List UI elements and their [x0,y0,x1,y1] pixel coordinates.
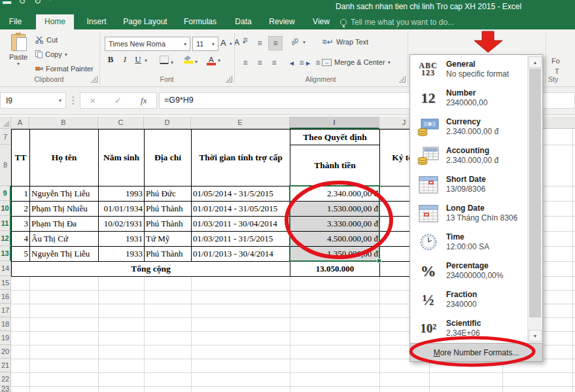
header-cell-tt[interactable]: TT [12,130,30,187]
column-header-C[interactable]: C [98,116,144,129]
format-option-long-date[interactable]: Long Date13 Tháng Chín 8306 [410,199,528,228]
cell-I11[interactable]: 3.330.000,00 đ [290,217,380,232]
cell-I14-total[interactable]: 13.050.000 [290,262,380,277]
row-header-18[interactable]: 18 [0,317,11,331]
cell-I13[interactable]: 1.350.000,00 đ [290,247,380,262]
cell-B11[interactable]: Phạm Thị Đa [30,217,99,232]
orientation-dropdown-icon[interactable]: ▾ [303,39,305,45]
row-header-13[interactable]: 13 [0,246,11,261]
underline-dropdown-icon[interactable]: ▾ [145,58,147,63]
top-align-button[interactable]: ≡ [239,37,251,43]
cancel-icon[interactable]: × [90,96,96,106]
cell-C13[interactable]: 1933 [99,247,145,262]
scroll-up-icon[interactable]: ▲ [529,56,542,68]
row-header-19[interactable]: 19 [0,331,11,345]
row-header-15[interactable]: 15 [0,276,11,290]
scroll-down-icon[interactable]: ▼ [529,330,542,342]
merge-center-button[interactable]: ↔ Merge & Center ▾ [322,58,391,66]
align-left-button[interactable]: ≡ [239,58,251,67]
format-option-fraction[interactable]: ½ Fraction2340000 [410,285,528,314]
cell-I10[interactable]: 1.530.000,00 đ [290,202,380,217]
menu-scrollbar[interactable]: ▲ ▼ [527,56,542,343]
cell-C9[interactable]: 1993 [99,187,145,202]
cell-A13[interactable]: 5 [12,247,30,262]
cell-B13[interactable]: Nguyễn Thị Liễu [30,247,99,262]
qat-customize-icon[interactable]: ▾ [49,0,52,6]
format-option-percentage[interactable]: % Percentage234000000,00% [410,257,528,285]
cell-A9[interactable]: 1 [12,187,30,202]
cell-E12[interactable]: 01/03/2011 - 31/5/2015 [192,232,290,247]
format-option-time[interactable]: Time12:00:00 SA [410,228,528,257]
copy-button[interactable]: Copy ▾ [35,50,67,58]
format-option-short-date[interactable]: Short Date13/09/8306 [410,170,528,199]
increase-font-button[interactable]: A▲ [220,38,233,48]
name-box[interactable]: I9 ▾ [0,92,66,109]
header-cell-name[interactable]: Họ tên [30,130,99,187]
increase-indent-button[interactable]: ►≡ [305,58,322,67]
insert-function-icon[interactable]: fx [141,96,147,106]
tab-file[interactable]: File [0,14,31,29]
cell-E11[interactable]: 01/03/2011 - 30/04/2014 [192,217,290,232]
italic-button[interactable]: I [119,54,131,65]
select-all-corner[interactable] [0,116,11,129]
bold-button[interactable]: B [105,54,116,65]
formula-bar-resizer[interactable]: ••• [72,96,74,106]
header-cell-birth[interactable]: Năm sinh [99,130,145,187]
row-header-9[interactable]: 9 [0,186,11,201]
row-header-17[interactable]: 17 [0,304,11,317]
format-option-general[interactable]: ABC 123 GeneralNo specific format [410,55,528,84]
cut-button[interactable]: Cut [35,36,58,44]
cell-D11[interactable]: Phú Thành [145,217,192,232]
tab-data[interactable]: Data [228,14,259,29]
header-cell-amount[interactable]: Thành tiền [290,145,380,187]
undo-icon[interactable]: ↺ [19,0,26,6]
header-cell-period[interactable]: Thời gian tính trợ cấp [192,130,290,187]
format-option-currency[interactable]: Currency2.340.000,00 đ [410,113,528,141]
cell-A12[interactable]: 4 [12,232,30,247]
alignment-dialog-launcher[interactable] [399,76,406,82]
cell-D13[interactable]: Phú Thành [145,247,192,262]
column-header-E[interactable]: E [191,116,290,129]
orientation-button[interactable]: ab [289,36,300,47]
format-painter-button[interactable]: Format Painter [35,65,94,73]
cell-D9[interactable]: Phú Đức [145,187,192,202]
cell-total-label[interactable]: Tổng cộng [12,262,290,277]
row-header-11[interactable]: 11 [0,216,11,231]
cell-E10[interactable]: 01/01/2014 - 31/05/2015 [192,202,290,217]
tell-me-box[interactable]: Tell me what you want to do... [340,14,454,29]
redo-icon[interactable]: ↻ [34,0,41,6]
cell-B9[interactable]: Nguyễn Thị Liễu [30,187,99,202]
row-header-22[interactable]: 22 [0,372,11,386]
clipboard-dialog-launcher[interactable] [91,76,97,82]
borders-button[interactable]: ▾ [160,56,173,65]
wrap-text-button[interactable]: ≡↵ Wrap Text [322,37,368,46]
column-header-I[interactable]: I [290,116,379,129]
cell-C12[interactable]: 1931 [99,232,145,247]
header-cell-decision[interactable]: Theo Quyết định [290,130,380,145]
save-icon[interactable]: ▬ [3,0,11,6]
column-header-A[interactable]: A [11,116,29,129]
cell-A11[interactable]: 3 [12,217,30,232]
cell-A10[interactable]: 2 [12,202,30,217]
font-name-combo[interactable]: Times New Roma ▾ [105,37,190,51]
row-header-20[interactable]: 20 [0,345,11,359]
row-header-23[interactable]: 23 [0,386,11,392]
font-color-button[interactable]: A ▾ [207,56,220,65]
cell-C11[interactable]: 10/02/1931 [99,217,145,232]
bottom-align-button[interactable]: ≡ [268,36,283,50]
cell-D10[interactable]: Phú Thành [145,202,192,217]
enter-icon[interactable]: ✓ [114,96,122,105]
cell-E9[interactable]: 01/05/2014 - 31/5/2015 [192,187,290,202]
header-cell-addr[interactable]: Địa chỉ [145,130,192,187]
cell-C10[interactable]: 01/01/1934 [99,202,145,217]
row-header-10[interactable]: 10 [0,201,11,216]
tab-insert[interactable]: Insert [78,14,114,29]
row-header-7[interactable]: 7 [0,129,11,145]
row-header-21[interactable]: 21 [0,359,11,372]
row-header-12[interactable]: 12 [0,231,11,246]
paste-button[interactable]: Paste ▾ [5,34,31,77]
font-dialog-launcher[interactable] [226,76,232,82]
format-option-number[interactable]: 12 Number2340000,00 [410,84,528,113]
tab-page-layout[interactable]: Page Layout [118,14,173,29]
cell-B12[interactable]: Âu Thị Cứ [30,232,99,247]
